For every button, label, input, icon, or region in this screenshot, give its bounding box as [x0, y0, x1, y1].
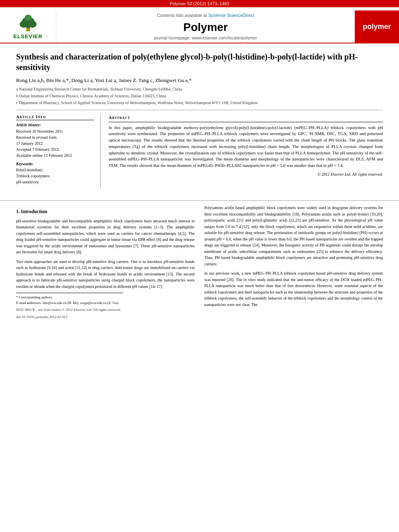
sciverse-link[interactable]: SciVerse ScienceDirect	[208, 13, 254, 18]
revised-date: 17 January 2012	[16, 140, 94, 146]
elsevier-tree-icon	[14, 14, 42, 32]
copyright: © 2012 Elsevier Ltd. All rights reserved…	[109, 171, 383, 177]
body-two-col: 1. Introduction pH-sensitive biodegradab…	[16, 205, 383, 320]
journal-homepage: journal homepage: www.elsevier.com/locat…	[154, 35, 257, 40]
banner-text: Polymer 53 (2012) 1473–1482	[170, 1, 230, 6]
polymer-logo: polymer	[355, 10, 399, 43]
copyright-notice: 0032-3861/$ – see front matter © 2012 El…	[16, 307, 195, 313]
affiliations: a National Engineering Research Center f…	[16, 86, 383, 106]
journal-banner: Polymer 53 (2012) 1473–1482	[0, 0, 399, 7]
accepted-date: Accepted 7 February 2012	[16, 146, 94, 152]
article-page: Polymer 53 (2012) 1473–1482 ELSEVIER Con…	[0, 0, 399, 532]
article-history: Article history: Received 10 November 20…	[16, 123, 94, 158]
intro-para-1: pH-sensitive biodegradable and biocompat…	[16, 218, 195, 255]
body-right-col: Poly(amino acid)s based amphiphilic bloc…	[204, 205, 383, 320]
body-left-col: 1. Introduction pH-sensitive biodegradab…	[16, 205, 195, 320]
abstract-col: Abstract In this paper, amphiphilic biod…	[109, 114, 383, 188]
authors: Rong Liu a,b, Bin He a,*, Dong Li a, Yus…	[16, 77, 383, 84]
article-title: Synthesis and characterization of poly(e…	[16, 51, 383, 72]
affiliation-b: b Dalian Institute of Chemical Physics, …	[16, 93, 383, 99]
sciverse-text: Contents lists available at SciVerse Sci…	[157, 13, 254, 18]
keywords-label: Keywords:	[16, 162, 94, 166]
intro-heading: 1. Introduction	[16, 208, 195, 216]
footnote-star: * Corresponding authors.	[16, 295, 195, 300]
abstract-text: In this paper, amphiphilic biodegradable…	[109, 125, 383, 169]
polymer-wordmark: polymer	[363, 23, 391, 31]
affiliation-c: c Department of Pharmacy, School of Appl…	[16, 100, 383, 106]
right-para-1: Poly(amino acid)s based amphiphilic bloc…	[204, 205, 383, 267]
right-para-2: In our previous work, a new mPEG–PH–PLLA…	[204, 270, 383, 308]
keyword-1: Poly(l-histidine)	[16, 167, 94, 173]
svg-point-4	[25, 14, 32, 21]
body-content: 1. Introduction pH-sensitive biodegradab…	[0, 200, 399, 328]
journal-title: Polymer	[183, 21, 228, 34]
journal-header: ELSEVIER Contents lists available at Sci…	[0, 7, 399, 43]
footnote-email: E-mail addresses: bhe@scu.edu.cn (B. He)…	[16, 300, 195, 306]
keywords-group: Keywords: Poly(l-histidine) Triblock cop…	[16, 162, 94, 185]
article-info-label: Article Info	[16, 114, 94, 120]
svg-point-3	[28, 21, 37, 28]
received-date: Received 10 November 2011	[16, 128, 94, 134]
svg-point-2	[20, 21, 28, 28]
elsevier-logo: ELSEVIER	[0, 10, 56, 43]
revised-label: Received in revised form	[16, 134, 94, 140]
article-info-abstract: Article Info Article history: Received 1…	[16, 110, 383, 188]
keyword-2: Triblock copolymers	[16, 173, 94, 179]
svg-point-6	[26, 28, 30, 30]
online-date: Available online 13 February 2012	[16, 152, 94, 158]
intro-para-2: Two main approaches are used to develop …	[16, 259, 195, 290]
abstract-label: Abstract	[109, 114, 383, 122]
keyword-3: pH-sensitivity	[16, 179, 94, 185]
history-label: Article history:	[16, 123, 94, 127]
journal-center: Contents lists available at SciVerse Sci…	[56, 10, 355, 43]
affiliation-a: a National Engineering Research Center f…	[16, 86, 383, 92]
doi-line: doi:10.1016/j.polymer.2012.02.013	[16, 314, 195, 320]
elsevier-wordmark: ELSEVIER	[13, 33, 42, 39]
article-content: Synthesis and characterization of poly(e…	[0, 43, 399, 196]
footnote-divider	[16, 293, 123, 293]
article-info-col: Article Info Article history: Received 1…	[16, 114, 101, 188]
